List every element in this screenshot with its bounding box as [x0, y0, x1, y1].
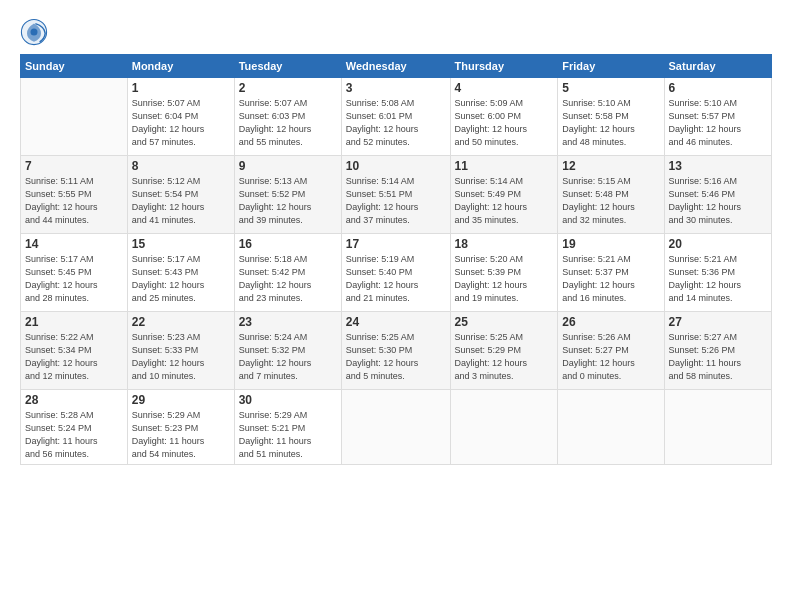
calendar-cell: 19Sunrise: 5:21 AM Sunset: 5:37 PM Dayli…	[558, 234, 664, 312]
calendar-cell: 2Sunrise: 5:07 AM Sunset: 6:03 PM Daylig…	[234, 78, 341, 156]
calendar-cell: 8Sunrise: 5:12 AM Sunset: 5:54 PM Daylig…	[127, 156, 234, 234]
day-detail: Sunrise: 5:14 AM Sunset: 5:49 PM Dayligh…	[455, 175, 554, 227]
calendar-cell: 11Sunrise: 5:14 AM Sunset: 5:49 PM Dayli…	[450, 156, 558, 234]
calendar-cell: 24Sunrise: 5:25 AM Sunset: 5:30 PM Dayli…	[341, 312, 450, 390]
day-detail: Sunrise: 5:12 AM Sunset: 5:54 PM Dayligh…	[132, 175, 230, 227]
weekday-header-friday: Friday	[558, 55, 664, 78]
weekday-header-wednesday: Wednesday	[341, 55, 450, 78]
day-number: 14	[25, 237, 123, 251]
day-number: 5	[562, 81, 659, 95]
day-detail: Sunrise: 5:29 AM Sunset: 5:23 PM Dayligh…	[132, 409, 230, 461]
day-number: 16	[239, 237, 337, 251]
day-detail: Sunrise: 5:25 AM Sunset: 5:30 PM Dayligh…	[346, 331, 446, 383]
day-number: 23	[239, 315, 337, 329]
calendar-cell	[558, 390, 664, 465]
day-number: 9	[239, 159, 337, 173]
day-number: 24	[346, 315, 446, 329]
calendar-page: SundayMondayTuesdayWednesdayThursdayFrid…	[0, 0, 792, 612]
calendar-cell: 28Sunrise: 5:28 AM Sunset: 5:24 PM Dayli…	[21, 390, 128, 465]
day-number: 20	[669, 237, 767, 251]
day-number: 27	[669, 315, 767, 329]
calendar-cell	[664, 390, 771, 465]
day-detail: Sunrise: 5:11 AM Sunset: 5:55 PM Dayligh…	[25, 175, 123, 227]
day-detail: Sunrise: 5:25 AM Sunset: 5:29 PM Dayligh…	[455, 331, 554, 383]
day-detail: Sunrise: 5:09 AM Sunset: 6:00 PM Dayligh…	[455, 97, 554, 149]
calendar-cell: 12Sunrise: 5:15 AM Sunset: 5:48 PM Dayli…	[558, 156, 664, 234]
calendar-cell: 25Sunrise: 5:25 AM Sunset: 5:29 PM Dayli…	[450, 312, 558, 390]
calendar-cell: 3Sunrise: 5:08 AM Sunset: 6:01 PM Daylig…	[341, 78, 450, 156]
day-detail: Sunrise: 5:17 AM Sunset: 5:43 PM Dayligh…	[132, 253, 230, 305]
day-number: 21	[25, 315, 123, 329]
calendar-cell: 9Sunrise: 5:13 AM Sunset: 5:52 PM Daylig…	[234, 156, 341, 234]
day-number: 28	[25, 393, 123, 407]
calendar-cell: 26Sunrise: 5:26 AM Sunset: 5:27 PM Dayli…	[558, 312, 664, 390]
day-number: 12	[562, 159, 659, 173]
day-number: 13	[669, 159, 767, 173]
calendar-cell: 16Sunrise: 5:18 AM Sunset: 5:42 PM Dayli…	[234, 234, 341, 312]
day-detail: Sunrise: 5:19 AM Sunset: 5:40 PM Dayligh…	[346, 253, 446, 305]
weekday-header-monday: Monday	[127, 55, 234, 78]
day-detail: Sunrise: 5:07 AM Sunset: 6:04 PM Dayligh…	[132, 97, 230, 149]
day-number: 30	[239, 393, 337, 407]
day-number: 1	[132, 81, 230, 95]
day-number: 4	[455, 81, 554, 95]
week-row-5: 28Sunrise: 5:28 AM Sunset: 5:24 PM Dayli…	[21, 390, 772, 465]
calendar-cell: 1Sunrise: 5:07 AM Sunset: 6:04 PM Daylig…	[127, 78, 234, 156]
day-detail: Sunrise: 5:13 AM Sunset: 5:52 PM Dayligh…	[239, 175, 337, 227]
day-number: 25	[455, 315, 554, 329]
day-detail: Sunrise: 5:08 AM Sunset: 6:01 PM Dayligh…	[346, 97, 446, 149]
day-number: 2	[239, 81, 337, 95]
calendar-cell: 7Sunrise: 5:11 AM Sunset: 5:55 PM Daylig…	[21, 156, 128, 234]
day-detail: Sunrise: 5:23 AM Sunset: 5:33 PM Dayligh…	[132, 331, 230, 383]
day-number: 18	[455, 237, 554, 251]
logo-icon	[20, 18, 48, 46]
week-row-1: 1Sunrise: 5:07 AM Sunset: 6:04 PM Daylig…	[21, 78, 772, 156]
calendar-cell: 15Sunrise: 5:17 AM Sunset: 5:43 PM Dayli…	[127, 234, 234, 312]
day-detail: Sunrise: 5:26 AM Sunset: 5:27 PM Dayligh…	[562, 331, 659, 383]
day-number: 7	[25, 159, 123, 173]
calendar-table: SundayMondayTuesdayWednesdayThursdayFrid…	[20, 54, 772, 465]
day-number: 15	[132, 237, 230, 251]
day-detail: Sunrise: 5:28 AM Sunset: 5:24 PM Dayligh…	[25, 409, 123, 461]
header	[20, 18, 772, 46]
day-number: 8	[132, 159, 230, 173]
day-detail: Sunrise: 5:21 AM Sunset: 5:37 PM Dayligh…	[562, 253, 659, 305]
calendar-cell	[450, 390, 558, 465]
day-detail: Sunrise: 5:24 AM Sunset: 5:32 PM Dayligh…	[239, 331, 337, 383]
weekday-header-thursday: Thursday	[450, 55, 558, 78]
calendar-cell: 30Sunrise: 5:29 AM Sunset: 5:21 PM Dayli…	[234, 390, 341, 465]
day-number: 17	[346, 237, 446, 251]
calendar-cell: 22Sunrise: 5:23 AM Sunset: 5:33 PM Dayli…	[127, 312, 234, 390]
week-row-3: 14Sunrise: 5:17 AM Sunset: 5:45 PM Dayli…	[21, 234, 772, 312]
day-detail: Sunrise: 5:20 AM Sunset: 5:39 PM Dayligh…	[455, 253, 554, 305]
weekday-header-saturday: Saturday	[664, 55, 771, 78]
day-detail: Sunrise: 5:10 AM Sunset: 5:58 PM Dayligh…	[562, 97, 659, 149]
calendar-cell: 18Sunrise: 5:20 AM Sunset: 5:39 PM Dayli…	[450, 234, 558, 312]
calendar-cell: 17Sunrise: 5:19 AM Sunset: 5:40 PM Dayli…	[341, 234, 450, 312]
day-detail: Sunrise: 5:22 AM Sunset: 5:34 PM Dayligh…	[25, 331, 123, 383]
day-number: 29	[132, 393, 230, 407]
day-detail: Sunrise: 5:16 AM Sunset: 5:46 PM Dayligh…	[669, 175, 767, 227]
day-detail: Sunrise: 5:29 AM Sunset: 5:21 PM Dayligh…	[239, 409, 337, 461]
day-detail: Sunrise: 5:27 AM Sunset: 5:26 PM Dayligh…	[669, 331, 767, 383]
weekday-header-sunday: Sunday	[21, 55, 128, 78]
calendar-cell: 5Sunrise: 5:10 AM Sunset: 5:58 PM Daylig…	[558, 78, 664, 156]
calendar-cell	[21, 78, 128, 156]
calendar-cell: 6Sunrise: 5:10 AM Sunset: 5:57 PM Daylig…	[664, 78, 771, 156]
day-number: 22	[132, 315, 230, 329]
svg-point-1	[31, 29, 38, 36]
week-row-4: 21Sunrise: 5:22 AM Sunset: 5:34 PM Dayli…	[21, 312, 772, 390]
day-number: 3	[346, 81, 446, 95]
day-detail: Sunrise: 5:07 AM Sunset: 6:03 PM Dayligh…	[239, 97, 337, 149]
day-detail: Sunrise: 5:14 AM Sunset: 5:51 PM Dayligh…	[346, 175, 446, 227]
calendar-cell: 13Sunrise: 5:16 AM Sunset: 5:46 PM Dayli…	[664, 156, 771, 234]
day-detail: Sunrise: 5:21 AM Sunset: 5:36 PM Dayligh…	[669, 253, 767, 305]
calendar-cell: 4Sunrise: 5:09 AM Sunset: 6:00 PM Daylig…	[450, 78, 558, 156]
calendar-cell: 21Sunrise: 5:22 AM Sunset: 5:34 PM Dayli…	[21, 312, 128, 390]
week-row-2: 7Sunrise: 5:11 AM Sunset: 5:55 PM Daylig…	[21, 156, 772, 234]
day-number: 11	[455, 159, 554, 173]
day-number: 26	[562, 315, 659, 329]
day-number: 19	[562, 237, 659, 251]
calendar-cell: 27Sunrise: 5:27 AM Sunset: 5:26 PM Dayli…	[664, 312, 771, 390]
day-detail: Sunrise: 5:15 AM Sunset: 5:48 PM Dayligh…	[562, 175, 659, 227]
